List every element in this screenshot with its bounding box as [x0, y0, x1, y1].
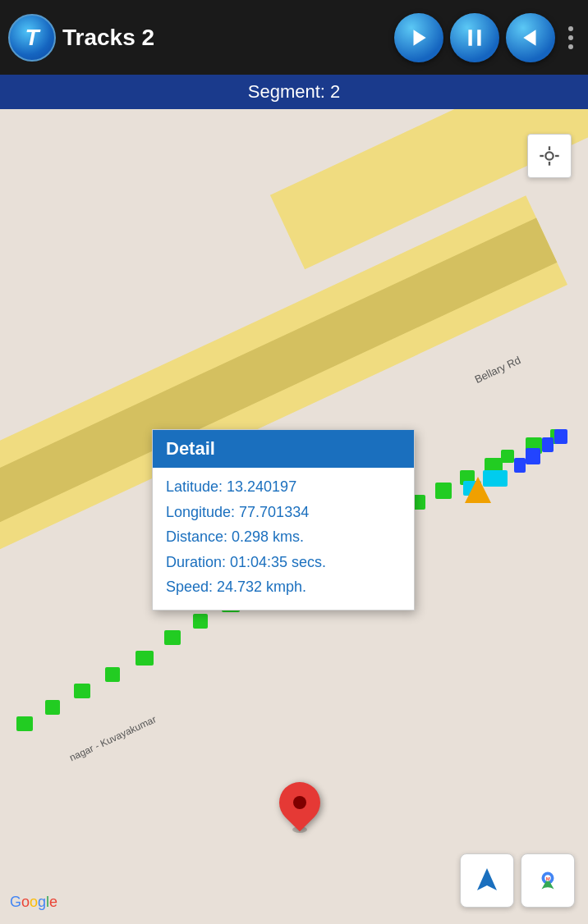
track-point: [164, 630, 181, 645]
google-maps-button[interactable]: M: [521, 853, 575, 908]
track-point-blue: [526, 448, 540, 464]
track-point-blue: [554, 429, 567, 444]
location-pin: [279, 782, 320, 833]
track-point: [435, 483, 452, 499]
pin-circle: [271, 774, 329, 832]
track-point: [136, 651, 154, 666]
track-point: [45, 700, 60, 715]
detail-title: Detail: [166, 438, 215, 459]
track-point-blue: [542, 437, 554, 452]
detail-body: Latitude: 13.240197 Longitude: 77.701334…: [153, 468, 414, 610]
track-point-cyan: [483, 470, 508, 487]
svg-marker-0: [414, 30, 426, 46]
app-title: Tracks 2: [62, 25, 388, 51]
svg-text:M: M: [546, 876, 550, 881]
detail-latitude: Latitude: 13.240197: [166, 474, 401, 500]
segment-bar: Segment: 2: [0, 75, 588, 109]
track-point-blue: [514, 458, 526, 473]
track-point: [74, 684, 90, 698]
track-point: [501, 450, 514, 463]
dot-icon: [568, 35, 573, 40]
dot-icon: [568, 44, 573, 49]
dot-icon: [568, 26, 573, 31]
track-point: [16, 716, 33, 731]
navigation-button[interactable]: [460, 853, 514, 908]
more-options-button[interactable]: [562, 20, 580, 56]
top-bar: T Tracks 2: [0, 0, 588, 75]
detail-duration: Duration: 01:04:35 secs.: [166, 550, 401, 575]
detail-longitude: Longitude: 77.701334: [166, 500, 401, 525]
detail-speed: Speed: 24.732 kmph.: [166, 574, 401, 600]
track-point: [105, 667, 120, 682]
gps-button[interactable]: [527, 134, 572, 178]
map-container: Bellary Rd nagar - Kuvayakumar Detail La…: [0, 109, 588, 924]
play-button[interactable]: [394, 13, 443, 62]
svg-point-4: [545, 152, 553, 159]
detail-header: Detail: [153, 430, 414, 468]
app-logo: T: [8, 14, 56, 62]
svg-rect-1: [468, 30, 471, 46]
pause-button[interactable]: [450, 13, 499, 62]
track-point: [193, 614, 208, 629]
pin-inner: [293, 796, 306, 809]
segment-label: Segment: 2: [248, 81, 341, 103]
google-logo: Google: [10, 894, 57, 911]
detail-popup: Detail Latitude: 13.240197 Longitude: 77…: [152, 429, 415, 611]
svg-rect-2: [477, 30, 480, 46]
svg-marker-3: [523, 30, 535, 46]
rewind-button[interactable]: [506, 13, 555, 62]
bottom-buttons: M: [460, 853, 575, 908]
detail-distance: Distance: 0.298 kms.: [166, 524, 401, 550]
